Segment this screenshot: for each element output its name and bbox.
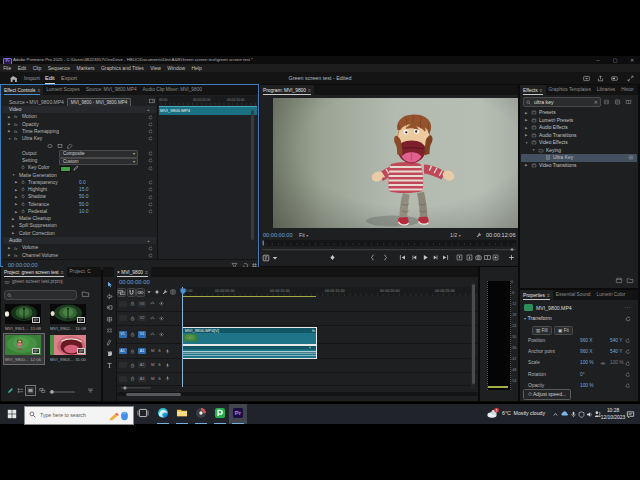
menu-item-sequence[interactable]: Sequence (44, 64, 73, 72)
solo-button[interactable]: S (158, 348, 161, 354)
voiceover-record-icon[interactable] (165, 376, 170, 381)
target-track-v2[interactable]: V2 (138, 315, 146, 321)
expand-icon[interactable]: ▶ (8, 252, 10, 259)
project-item-2[interactable]: 16:08MVI_9902… (50, 304, 90, 335)
stopwatch-icon[interactable] (21, 180, 25, 185)
menu-item-window[interactable]: Window (164, 64, 188, 72)
param-value[interactable]: 50.0 (79, 201, 89, 208)
speaker-icon[interactable] (586, 411, 593, 418)
stopwatch-icon[interactable] (21, 187, 25, 192)
yuv-filter-icon[interactable] (625, 99, 632, 105)
project-item-1[interactable]: 11:09MVI_9901… (5, 304, 45, 335)
effects-tree-item-audio-effects[interactable]: ▶Audio Effects (521, 124, 637, 132)
effect-row-transparency[interactable]: ▶Transparency0.0 (3, 179, 156, 186)
timeline-caret-icon[interactable] (146, 289, 152, 295)
mask-rect-icon[interactable] (57, 143, 63, 149)
minimize-button[interactable]: – (594, 57, 602, 64)
reset-icon[interactable] (148, 187, 153, 192)
lock-icon[interactable] (130, 376, 135, 381)
new-folder-icon[interactable] (626, 277, 634, 284)
source-patch-a1[interactable]: A1 (119, 348, 127, 354)
go-to-in-icon[interactable] (399, 254, 406, 261)
bin-location-icon[interactable] (81, 290, 90, 298)
voiceover-record-icon[interactable] (165, 363, 170, 368)
project-search-field[interactable] (4, 290, 77, 300)
icon-view-icon[interactable] (27, 387, 34, 394)
tray-chevron-icon[interactable] (552, 411, 559, 418)
taskbar-media-app-icon[interactable] (192, 404, 210, 424)
effect-row-opacity[interactable]: ▶fxOpacity (3, 121, 156, 128)
effects-tree-item-ultra-key[interactable]: Ultra Key (521, 154, 637, 162)
expand-icon[interactable]: ▶ (525, 162, 527, 170)
timeline-horizontal-scrollbar[interactable] (117, 392, 478, 396)
nest-toggle-button[interactable] (117, 288, 126, 297)
mute-button[interactable]: M (151, 348, 155, 354)
effect-row-volume[interactable]: ▶fxVolume (3, 244, 156, 251)
step-forward-icon[interactable] (432, 254, 439, 261)
track-output-eye-icon[interactable] (159, 332, 164, 337)
effects-tree-item-video-transitions[interactable]: ▶Video Transitions (521, 162, 637, 170)
reset-icon[interactable] (625, 338, 631, 344)
more-options-icon[interactable]: ··· (625, 304, 632, 310)
zoom-level-select[interactable]: Fit ▾ (299, 232, 308, 238)
fill-button[interactable]: ▥ Fill (532, 326, 552, 335)
effect-row-time-remapping[interactable]: ▶fxTime Remapping (3, 128, 156, 135)
source-patch-a2[interactable] (119, 362, 127, 368)
source-patch-a3[interactable] (119, 376, 127, 382)
thumbnail-zoom-slider[interactable] (49, 390, 75, 392)
weather-label[interactable]: 6°C Mostly cloudy (502, 410, 545, 416)
onedrive-icon[interactable] (561, 410, 569, 418)
monitor-settings-icon[interactable] (262, 254, 270, 262)
scrollbar-thumb[interactable] (126, 393, 181, 396)
property-value[interactable]: 100 % (580, 359, 594, 367)
reset-icon[interactable] (148, 158, 153, 163)
mask-ellipse-icon[interactable] (47, 143, 53, 149)
reset-icon[interactable] (148, 253, 153, 258)
reset-icon[interactable] (625, 349, 631, 355)
playhead[interactable] (182, 287, 183, 387)
effect-row-matte-cleanup[interactable]: ▶Matte Cleanup (3, 215, 156, 222)
ripple-edit-tool[interactable] (106, 304, 113, 311)
timeline-vertical-scrollbar[interactable] (471, 281, 475, 389)
reset-transform-icon[interactable] (625, 316, 631, 322)
target-track-a1[interactable]: A1 (138, 348, 146, 354)
button-editor-icon[interactable] (508, 254, 515, 261)
clip-thumbnail[interactable] (50, 304, 86, 324)
timeline-video-clip[interactable]: MVI_9800.MP4[V]fx (182, 327, 317, 345)
proxy-toggle-icon[interactable] (492, 254, 499, 261)
effect-row-ultra-key[interactable]: ▼fxUltra Key (3, 135, 156, 142)
slip-tool[interactable] (106, 327, 113, 334)
effects-tree-item-lumetri-presets[interactable]: ▶Lumetri Presets (521, 117, 637, 125)
property-value[interactable]: 0° (580, 371, 585, 379)
clear-search-icon[interactable]: ✕ (594, 99, 598, 105)
close-button[interactable]: ✕ (628, 57, 636, 64)
program-video-frame[interactable] (273, 98, 518, 228)
project-item-3[interactable]: 12:06MVI_9800… (5, 335, 45, 366)
step-back-icon[interactable] (411, 254, 418, 261)
stopwatch-icon[interactable] (21, 202, 25, 207)
lock-icon[interactable] (130, 301, 135, 306)
export-frame-icon[interactable] (475, 254, 482, 261)
razor-tool[interactable] (106, 316, 113, 323)
mark-out-icon[interactable] (382, 254, 389, 261)
taskbar-search-box[interactable]: Type here to search (24, 406, 134, 425)
audio-track-a3[interactable]: A3MS (117, 373, 478, 387)
maximize-button[interactable]: ▢ (611, 57, 619, 64)
source-patch-v3[interactable] (119, 301, 127, 307)
extract-icon[interactable] (466, 254, 473, 261)
action-center-icon[interactable] (626, 410, 635, 419)
timeline-timecode[interactable]: 00:00:00:00 (119, 279, 150, 285)
effect-row-tolerance[interactable]: ▶Tolerance50.0 (3, 201, 156, 208)
effect-row-spill-suppression[interactable]: ▶Spill Suppression (3, 222, 156, 229)
taskbar-file-explorer-icon[interactable] (173, 404, 191, 424)
reset-icon[interactable] (148, 195, 153, 200)
effect-row-channel-volume[interactable]: ▶fxChannel Volume (3, 252, 156, 259)
param-value[interactable]: 50.0 (79, 193, 89, 200)
lock-icon[interactable] (130, 363, 135, 368)
effects-tree-item-audio-transitions[interactable]: ▶Audio Transitions (521, 132, 637, 140)
effect-controls-tab-source-mvi-9800-mp4[interactable]: Source: MVI_9800.MP4 (83, 85, 140, 95)
taskbar-edge-icon[interactable] (154, 404, 172, 424)
effects-tree-item-video-effects[interactable]: ▼Video Effects (521, 139, 637, 147)
share-icon[interactable] (597, 75, 604, 82)
scrollbar-thumb[interactable] (472, 284, 475, 384)
